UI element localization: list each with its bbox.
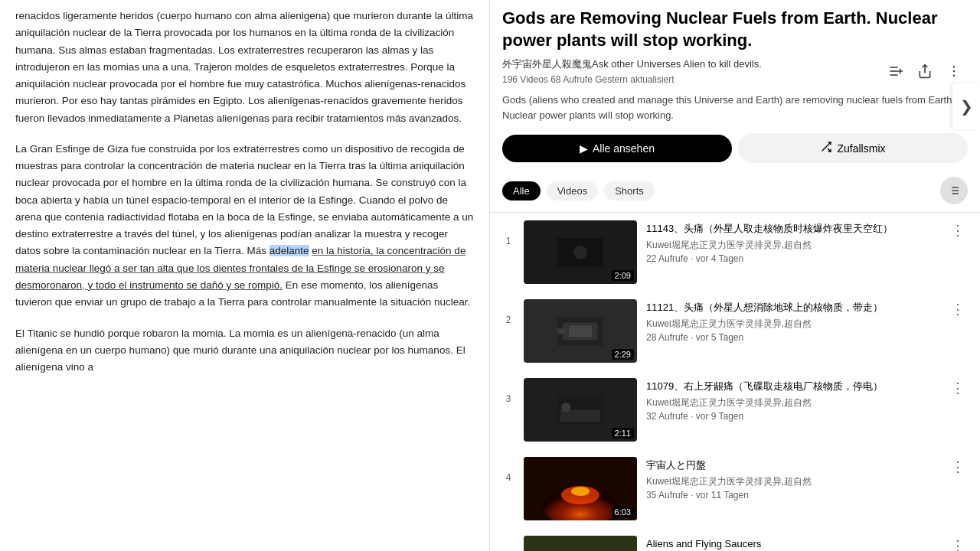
video-list: 1 2:09 11143、头痛（外星人取走核物质时核爆炸夜里天空红） Kuwei… bbox=[490, 213, 980, 551]
paragraph-1: renacidos ligeramente heridos (cuerpo hu… bbox=[15, 8, 474, 127]
video-meta-2: 28 Aufrufe · vor 5 Tagen bbox=[646, 332, 939, 343]
video-title-1: 11143、头痛（外星人取走核物质时核爆炸夜里天空红） bbox=[646, 222, 939, 236]
video-number-2: 2 bbox=[502, 299, 514, 325]
shuffle-icon bbox=[820, 141, 832, 155]
video-meta-1: 22 Aufrufe · vor 4 Tagen bbox=[646, 253, 939, 264]
video-channel-2: Kuwei堀尾忠正灵力医学灵排灵异,超自然 bbox=[646, 318, 939, 331]
video-more-button-1[interactable]: ⋮ bbox=[948, 220, 968, 240]
channel-link[interactable]: 外宇宙外星人殺魔鬼Ask other Universes Alien to ki… bbox=[502, 58, 762, 70]
shuffle-button[interactable]: Zufallsmix bbox=[738, 133, 968, 163]
playlist-title: Gods are Removing Nuclear Fuels from Ear… bbox=[502, 8, 968, 51]
video-thumbnail-3: 2:11 bbox=[524, 378, 637, 442]
video-thumbnail-4: 6:03 bbox=[524, 457, 637, 520]
playlist-meta: 196 Videos 68 Aufrufe Gestern aktualisie… bbox=[502, 74, 762, 85]
header-wrapper: Gods are Removing Nuclear Fuels from Ear… bbox=[490, 0, 980, 213]
svg-point-25 bbox=[561, 403, 570, 412]
underlined-text: en la historia, la concentración de mate… bbox=[15, 245, 466, 291]
video-title-3: 11079、右上牙龈痛（飞碟取走核电厂核物质，停电） bbox=[646, 380, 939, 393]
video-duration-2: 2:29 bbox=[612, 349, 634, 360]
video-meta-3: 32 Aufrufe · vor 9 Tagen bbox=[646, 411, 939, 422]
video-duration-4: 6:03 bbox=[612, 507, 634, 517]
shuffle-label: Zufallsmix bbox=[837, 142, 885, 155]
svg-point-18 bbox=[573, 246, 587, 259]
playlist-panel: Gods are Removing Nuclear Fuels from Ear… bbox=[490, 0, 980, 551]
video-info-2: 11121、头痛（外星人想消除地球上的核物质，带走） Kuwei堀尾忠正灵力医学… bbox=[646, 299, 939, 343]
svg-rect-24 bbox=[560, 410, 601, 422]
video-info-5: Aliens and Flying Saucers Kuwei堀尾忠正灵力医学灵… bbox=[646, 536, 939, 551]
tab-shorts[interactable]: Shorts bbox=[604, 181, 655, 201]
video-info-1: 11143、头痛（外星人取走核物质时核爆炸夜里天空红） Kuwei堀尾忠正灵力医… bbox=[646, 220, 939, 264]
action-buttons: ▶ Alle ansehen Zufallsmix bbox=[502, 133, 968, 163]
video-more-button-2[interactable]: ⋮ bbox=[948, 299, 968, 319]
svg-rect-30 bbox=[524, 536, 637, 551]
video-info-4: 宇宙人と円盤 Kuwei堀尾忠正灵力医学灵排灵异,超自然 35 Aufrufe … bbox=[646, 457, 939, 500]
tab-videos[interactable]: Videos bbox=[547, 181, 599, 201]
video-duration-1: 2:09 bbox=[612, 270, 634, 281]
header-icons bbox=[882, 57, 968, 85]
svg-point-29 bbox=[571, 487, 590, 496]
svg-point-6 bbox=[953, 66, 956, 68]
video-number-5: 5 bbox=[502, 536, 514, 551]
filter-tabs: Alle Videos Shorts bbox=[490, 172, 980, 213]
svg-rect-21 bbox=[569, 325, 592, 337]
video-thumbnail-1: 2:09 bbox=[524, 220, 637, 284]
video-item-2[interactable]: 2 2:29 11121、头痛（外星人想消除地球上的核物质，带走） Kuwei堀… bbox=[490, 292, 980, 370]
video-item-3[interactable]: 3 2:11 11079、右上牙龈痛（飞碟取走核电厂核物质，停电） Kuwei堀… bbox=[490, 370, 980, 449]
video-thumbnail-5 bbox=[524, 536, 637, 551]
paragraph-2: La Gran Esfinge de Giza fue construida p… bbox=[15, 141, 474, 311]
video-meta-4: 35 Aufrufe · vor 11 Tagen bbox=[646, 490, 939, 500]
video-channel-4: Kuwei堀尾忠正灵力医学灵排灵异,超自然 bbox=[646, 475, 939, 488]
article-panel: renacidos ligeramente heridos (cuerpo hu… bbox=[0, 0, 490, 551]
svg-rect-22 bbox=[557, 328, 566, 334]
playlist-description: Gods (aliens who created and manage this… bbox=[502, 93, 968, 122]
svg-point-7 bbox=[953, 70, 956, 73]
play-all-button[interactable]: ▶ Alle ansehen bbox=[502, 135, 732, 162]
paragraph-3: El Titanic se hundió porque robaron la m… bbox=[15, 325, 474, 377]
video-number-3: 3 bbox=[502, 378, 514, 404]
svg-point-8 bbox=[953, 75, 956, 77]
next-arrow-button[interactable]: ❯ bbox=[952, 83, 980, 129]
video-more-button-3[interactable]: ⋮ bbox=[948, 378, 968, 398]
video-info-3: 11079、右上牙龈痛（飞碟取走核电厂核物质，停电） Kuwei堀尾忠正灵力医学… bbox=[646, 378, 939, 422]
channel-info: 外宇宙外星人殺魔鬼Ask other Universes Alien to ki… bbox=[502, 57, 762, 93]
video-channel-3: Kuwei堀尾忠正灵力医学灵排灵异,超自然 bbox=[646, 396, 939, 409]
video-title-4: 宇宙人と円盤 bbox=[646, 458, 939, 472]
more-options-button[interactable] bbox=[940, 57, 968, 85]
playlist-header: Gods are Removing Nuclear Fuels from Ear… bbox=[490, 0, 980, 163]
video-item-5[interactable]: 5 Aliens and Flying Saucers Kuwei堀尾忠正灵力医… bbox=[490, 528, 980, 551]
video-number-4: 4 bbox=[502, 457, 514, 483]
play-icon: ▶ bbox=[580, 142, 588, 155]
video-more-button-4[interactable]: ⋮ bbox=[948, 457, 968, 477]
add-to-queue-button[interactable] bbox=[882, 57, 910, 85]
tab-alle[interactable]: Alle bbox=[502, 181, 541, 201]
channel-name: 外宇宙外星人殺魔鬼Ask other Universes Alien to ki… bbox=[502, 57, 762, 71]
video-title-5: Aliens and Flying Saucers bbox=[646, 537, 939, 551]
video-thumbnail-2: 2:29 bbox=[524, 299, 637, 363]
video-item-1[interactable]: 1 2:09 11143、头痛（外星人取走核物质时核爆炸夜里天空红） Kuwei… bbox=[490, 213, 980, 292]
highlighted-word: adelante bbox=[270, 245, 309, 256]
video-duration-3: 2:11 bbox=[612, 428, 634, 439]
scroll-indicator[interactable] bbox=[940, 177, 968, 204]
video-item-4[interactable]: 4 bbox=[490, 449, 980, 528]
video-number-1: 1 bbox=[502, 220, 514, 246]
video-title-2: 11121、头痛（外星人想消除地球上的核物质，带走） bbox=[646, 301, 939, 315]
video-more-button-5[interactable]: ⋮ bbox=[948, 536, 968, 551]
share-button[interactable] bbox=[911, 57, 939, 85]
video-channel-1: Kuwei堀尾忠正灵力医学灵排灵异,超自然 bbox=[646, 239, 939, 252]
play-all-label: Alle ansehen bbox=[593, 142, 655, 155]
